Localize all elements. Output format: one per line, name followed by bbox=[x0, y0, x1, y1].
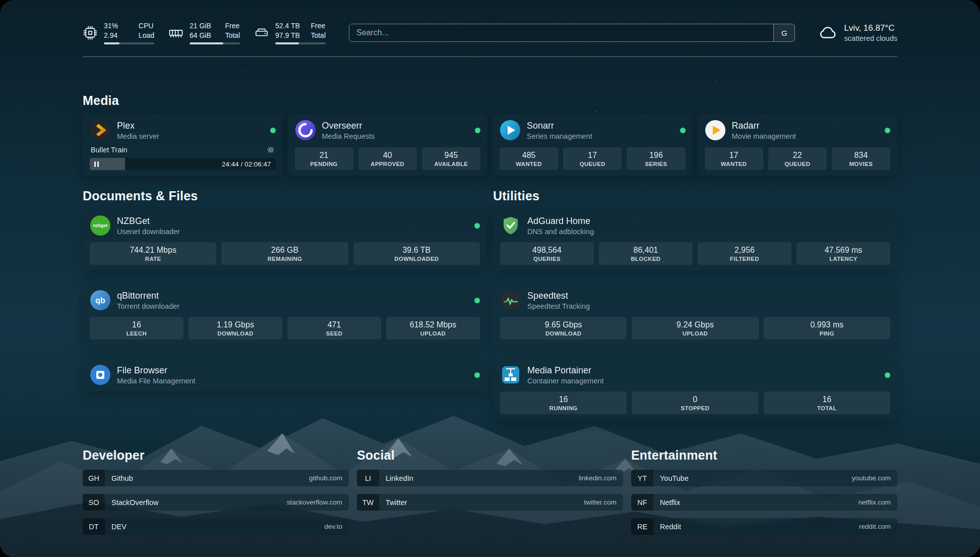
adguard-subtitle: DNS and adblocking bbox=[527, 228, 594, 236]
netflix-abbr: NF bbox=[631, 494, 653, 511]
bookmark-stackoverflow[interactable]: SO StackOverflow stackoverflow.com bbox=[83, 494, 349, 511]
memory-label-bottom: Total bbox=[225, 31, 240, 40]
filebrowser-icon bbox=[90, 364, 111, 385]
search-provider-button[interactable]: G bbox=[773, 24, 794, 41]
service-card-nzbget[interactable]: nzbget NZBGet Usenet downloader 74 bbox=[83, 209, 487, 270]
filebrowser-subtitle: Media File Management bbox=[117, 377, 196, 385]
service-card-qbittorrent[interactable]: qb qBittorrent Torrent downloader bbox=[83, 284, 487, 345]
service-card-portainer[interactable]: Media Portainer Container management 16 … bbox=[493, 359, 897, 420]
cpu-widget: 31% 2.94 CPU Load bbox=[83, 21, 154, 44]
stackoverflow-abbr: SO bbox=[83, 494, 105, 511]
bookmark-dev[interactable]: DT DEV dev.to bbox=[83, 518, 349, 535]
service-card-plex[interactable]: Plex Media server Bullet Train bbox=[83, 114, 283, 176]
stat-wanted: 17 WANTED bbox=[705, 147, 763, 170]
linkedin-abbr: LI bbox=[357, 470, 379, 486]
radarr-subtitle: Movie management bbox=[732, 132, 796, 140]
portainer-subtitle: Container management bbox=[527, 377, 604, 385]
bookmark-reddit[interactable]: RE Reddit reddit.com bbox=[631, 518, 897, 535]
plex-now-playing: Bullet Train bbox=[91, 146, 128, 154]
sonarr-status-dot bbox=[680, 128, 686, 133]
memory-total: 64 GiB bbox=[190, 31, 211, 40]
stat-wanted: 485 WANTED bbox=[500, 147, 558, 170]
nzbget-icon: nzbget bbox=[90, 215, 111, 236]
overseerr-icon bbox=[295, 120, 316, 141]
nzbget-title: NZBGet bbox=[117, 216, 180, 227]
qbittorrent-subtitle: Torrent downloader bbox=[117, 302, 179, 310]
service-card-radarr[interactable]: Radarr Movie management 17 WANTED 22 QUE… bbox=[698, 114, 898, 176]
snow-specks bbox=[0, 0, 1, 1]
twitter-abbr: TW bbox=[357, 494, 379, 511]
entertainment-section-title: Entertainment bbox=[631, 448, 897, 463]
media-section-title: Media bbox=[83, 93, 897, 108]
cpu-label-top: CPU bbox=[139, 21, 154, 30]
stat-queued: 17 QUEUED bbox=[563, 147, 622, 170]
disk-total: 97.9 TB bbox=[275, 31, 300, 40]
bookmark-group-entertainment: Entertainment YT YouTube youtube.com NF … bbox=[631, 448, 897, 535]
github-abbr: GH bbox=[83, 470, 105, 486]
top-bar: 31% 2.94 CPU Load bbox=[83, 0, 897, 44]
cpu-loadavg: 2.94 bbox=[104, 31, 118, 40]
stat-series: 196 SERIES bbox=[627, 147, 685, 170]
service-card-adguard[interactable]: AdGuard Home DNS and adblocking 498,564 … bbox=[493, 209, 897, 270]
bookmark-linkedin[interactable]: LI LinkedIn linkedin.com bbox=[357, 470, 623, 486]
stat-ping: 0.993 ms PING bbox=[764, 317, 890, 340]
disk-bar bbox=[275, 42, 326, 44]
reddit-abbr: RE bbox=[631, 518, 653, 535]
bookmark-youtube[interactable]: YT YouTube youtube.com bbox=[631, 470, 897, 486]
stat-approved: 40 APPROVED bbox=[358, 147, 417, 170]
gear-icon[interactable] bbox=[267, 146, 275, 154]
qbittorrent-title: qBittorrent bbox=[117, 291, 179, 302]
weather-condition: scattered clouds bbox=[844, 34, 897, 42]
sonarr-title: Sonarr bbox=[527, 121, 592, 132]
stat-running: 16 RUNNING bbox=[500, 392, 627, 414]
cpu-label-bottom: Load bbox=[139, 31, 154, 40]
header-divider bbox=[83, 57, 897, 57]
disk-icon bbox=[254, 25, 269, 40]
plex-status-dot bbox=[270, 128, 276, 133]
stat-latency: 47.569 ms LATENCY bbox=[797, 242, 890, 265]
search-input[interactable] bbox=[349, 24, 773, 41]
dev-abbr: DT bbox=[83, 518, 105, 535]
adguard-icon bbox=[500, 215, 521, 236]
memory-free: 21 GiB bbox=[190, 21, 211, 30]
stat-total: 16 TOTAL bbox=[764, 392, 890, 414]
speedtest-title: Speedtest bbox=[527, 291, 590, 302]
pause-icon bbox=[94, 161, 99, 167]
stat-movies: 834 MOVIES bbox=[832, 147, 890, 170]
weather-widget: Lviv, 16.87°C scattered clouds bbox=[818, 23, 897, 42]
youtube-abbr: YT bbox=[631, 470, 653, 486]
service-card-overseerr[interactable]: Overseerr Media Requests 21 PENDING 40 A… bbox=[288, 114, 488, 176]
stat-queries: 498,564 QUERIES bbox=[500, 242, 594, 265]
overseerr-title: Overseerr bbox=[322, 121, 375, 132]
plex-icon bbox=[90, 120, 111, 141]
stat-filtered: 2,956 FILTERED bbox=[698, 242, 791, 265]
documents-section-title: Documents & Files bbox=[83, 189, 487, 203]
disk-label-bottom: Total bbox=[311, 31, 326, 40]
stat-downloaded: 39.6 TB DOWNLOADED bbox=[353, 242, 480, 265]
service-card-sonarr[interactable]: Sonarr Series management 485 WANTED 17 Q… bbox=[493, 114, 693, 176]
service-card-speedtest[interactable]: Speedtest Speedtest Tracking 9.65 Gbps D… bbox=[493, 284, 897, 345]
section-media: Media Plex bbox=[83, 93, 897, 176]
cpu-icon bbox=[83, 25, 98, 40]
stat-available: 945 AVAILABLE bbox=[422, 147, 480, 170]
radarr-title: Radarr bbox=[732, 121, 796, 132]
service-card-filebrowser[interactable]: File Browser Media File Management bbox=[83, 359, 487, 391]
adguard-title: AdGuard Home bbox=[527, 216, 594, 227]
bookmark-twitter[interactable]: TW Twitter twitter.com bbox=[357, 494, 623, 511]
radarr-status-dot bbox=[885, 128, 890, 133]
portainer-icon bbox=[500, 364, 521, 385]
portainer-title: Media Portainer bbox=[527, 365, 604, 376]
nzbget-status-dot bbox=[474, 223, 480, 229]
stat-download: 1.19 Gbps DOWNLOAD bbox=[189, 317, 282, 340]
overseerr-status-dot bbox=[475, 128, 480, 133]
bookmark-github[interactable]: GH Github github.com bbox=[83, 470, 349, 486]
resource-widgets: 31% 2.94 CPU Load bbox=[83, 21, 326, 44]
filebrowser-title: File Browser bbox=[117, 365, 196, 376]
plex-progress-bar: 24:44 / 02:06:47 bbox=[90, 158, 276, 170]
plex-subtitle: Media server bbox=[117, 132, 159, 140]
stat-rate: 744.21 Mbps RATE bbox=[90, 242, 216, 265]
stat-remaining: 266 GB REMAINING bbox=[221, 242, 348, 265]
cpu-bar bbox=[104, 42, 154, 44]
plex-playback-time: 24:44 / 02:06:47 bbox=[222, 160, 271, 168]
bookmark-netflix[interactable]: NF Netflix netflix.com bbox=[631, 494, 897, 511]
